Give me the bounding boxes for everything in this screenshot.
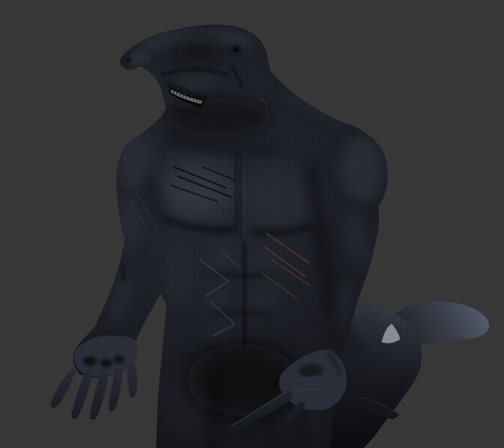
neck-shadow bbox=[165, 98, 271, 138]
creature-render bbox=[0, 0, 504, 448]
model-viewport[interactable] bbox=[0, 0, 504, 448]
right-eye bbox=[234, 48, 239, 52]
deltoid-highlight-right bbox=[341, 136, 384, 202]
left-eye bbox=[126, 59, 129, 62]
sternum-shadow bbox=[236, 159, 239, 232]
abs-centerline bbox=[243, 242, 245, 351]
pec-highlight-left bbox=[159, 163, 235, 218]
